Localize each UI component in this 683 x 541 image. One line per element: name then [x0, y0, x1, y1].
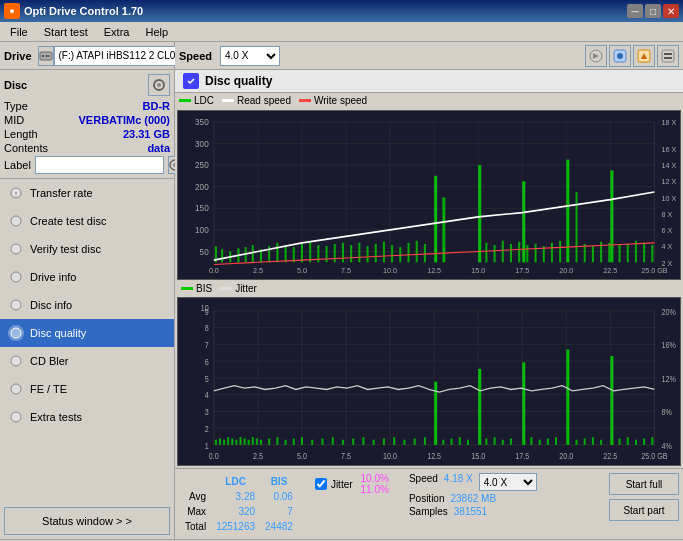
svg-rect-175	[256, 438, 258, 444]
menu-file[interactable]: File	[2, 24, 36, 40]
nav-disc-info-label: Disc info	[30, 299, 72, 311]
svg-rect-212	[635, 439, 637, 444]
svg-text:3: 3	[205, 407, 209, 417]
svg-text:18 X: 18 X	[662, 118, 677, 127]
svg-text:15.0: 15.0	[471, 451, 485, 461]
drive-label: Drive	[4, 50, 32, 62]
legend-read-speed: Read speed	[222, 95, 291, 106]
action-buttons: Start full Start part	[609, 473, 679, 523]
status-window-button[interactable]: Status window > >	[4, 507, 170, 535]
svg-text:17.5: 17.5	[515, 266, 529, 275]
svg-rect-83	[375, 244, 377, 262]
speed-icon-3[interactable]	[633, 45, 655, 67]
svg-rect-91	[494, 245, 496, 262]
svg-rect-87	[407, 243, 409, 262]
chart-ldc-svg: 50 100 150 200 250 300 350 2 X 4 X 6 X 8…	[178, 111, 680, 279]
svg-rect-203	[539, 439, 541, 444]
nav-cd-bler[interactable]: CD Bler	[0, 347, 174, 375]
disc-type-row: Type BD-R	[4, 100, 170, 112]
speed-stat-value: 4.18 X	[444, 473, 473, 491]
speed-stat-select[interactable]: 4.0 X	[479, 473, 537, 491]
svg-text:25.0 GB: 25.0 GB	[641, 451, 667, 461]
menu-start-test[interactable]: Start test	[36, 24, 96, 40]
svg-rect-74	[326, 246, 328, 262]
svg-rect-188	[373, 439, 375, 444]
speed-select[interactable]: 4.0 X	[220, 46, 280, 66]
menu-extra[interactable]: Extra	[96, 24, 138, 40]
disc-label-input[interactable]	[35, 156, 164, 174]
speed-icon-2[interactable]	[609, 45, 631, 67]
start-part-button[interactable]: Start part	[609, 499, 679, 521]
svg-rect-78	[442, 197, 445, 262]
start-full-button[interactable]: Start full	[609, 473, 679, 495]
jitter-checkbox[interactable]	[315, 478, 327, 490]
samples-value: 381551	[454, 506, 487, 517]
quality-icon	[183, 73, 199, 89]
svg-rect-184	[332, 437, 334, 445]
svg-rect-107	[610, 170, 613, 262]
transfer-rate-icon: ↑	[8, 185, 24, 201]
svg-rect-163	[227, 437, 229, 445]
menu-help[interactable]: Help	[137, 24, 176, 40]
svg-rect-197	[467, 439, 469, 444]
svg-text:17.5: 17.5	[515, 451, 529, 461]
speed-row: Speed 4.0 X	[175, 42, 683, 70]
svg-rect-189	[383, 438, 385, 444]
svg-point-13	[11, 328, 21, 338]
stats-avg-ldc: 3.28	[212, 490, 259, 503]
stats-avg-label: Avg	[181, 490, 210, 503]
disc-info-icon	[8, 297, 24, 313]
nav-disc-info[interactable]: Disc info	[0, 291, 174, 319]
svg-text:300: 300	[195, 138, 209, 148]
close-button[interactable]: ✕	[663, 4, 679, 18]
nav-transfer-rate[interactable]: ↑ Transfer rate	[0, 179, 174, 207]
svg-text:5.0: 5.0	[297, 266, 307, 275]
disc-icon-button[interactable]	[148, 74, 170, 96]
speed-icons	[585, 45, 679, 67]
nav-fe-te-label: FE / TE	[30, 383, 67, 395]
stats-max-ldc: 320	[212, 505, 259, 518]
svg-text:10.0: 10.0	[383, 451, 397, 461]
nav-transfer-rate-label: Transfer rate	[30, 187, 93, 199]
svg-text:0.0: 0.0	[209, 266, 219, 275]
nav-drive-info[interactable]: Drive info	[0, 263, 174, 291]
svg-rect-88	[416, 241, 418, 263]
speed-icon-1[interactable]	[585, 45, 607, 67]
svg-text:100: 100	[195, 225, 209, 235]
nav-drive-info-label: Drive info	[30, 271, 76, 283]
svg-rect-164	[231, 438, 233, 444]
menu-bar: File Start test Extra Help	[0, 22, 683, 42]
svg-rect-89	[424, 244, 426, 262]
svg-rect-76	[342, 243, 344, 262]
svg-rect-94	[518, 242, 520, 263]
nav-disc-quality-label: Disc quality	[30, 327, 86, 339]
drive-icon[interactable]	[38, 46, 54, 66]
legend-write-speed-color	[299, 99, 311, 102]
maximize-button[interactable]: □	[645, 4, 661, 18]
nav-verify-test-disc[interactable]: Verify test disc	[0, 235, 174, 263]
legend-bis-color	[181, 287, 193, 290]
minimize-button[interactable]: ─	[627, 4, 643, 18]
svg-rect-104	[592, 246, 594, 262]
legend-ldc-color	[179, 99, 191, 102]
svg-text:2: 2	[205, 424, 209, 434]
svg-rect-207	[584, 438, 586, 444]
speed-icon-4[interactable]	[657, 45, 679, 67]
svg-rect-198	[485, 438, 487, 444]
svg-text:5: 5	[205, 374, 209, 384]
svg-text:150: 150	[195, 203, 209, 213]
fe-te-icon	[8, 381, 24, 397]
svg-text:350: 350	[195, 117, 209, 127]
nav-create-test-disc[interactable]: Create test disc	[0, 207, 174, 235]
svg-rect-200	[502, 439, 504, 444]
svg-rect-187	[362, 437, 364, 445]
svg-text:4%: 4%	[662, 441, 672, 451]
nav-extra-tests[interactable]: Extra tests	[0, 403, 174, 431]
svg-point-15	[11, 384, 21, 394]
stats-max-bis: 7	[261, 505, 297, 518]
nav-disc-quality[interactable]: Disc quality	[0, 319, 174, 347]
svg-text:7.5: 7.5	[341, 266, 351, 275]
svg-rect-214	[651, 437, 653, 445]
svg-point-9	[11, 216, 21, 226]
nav-fe-te[interactable]: FE / TE	[0, 375, 174, 403]
